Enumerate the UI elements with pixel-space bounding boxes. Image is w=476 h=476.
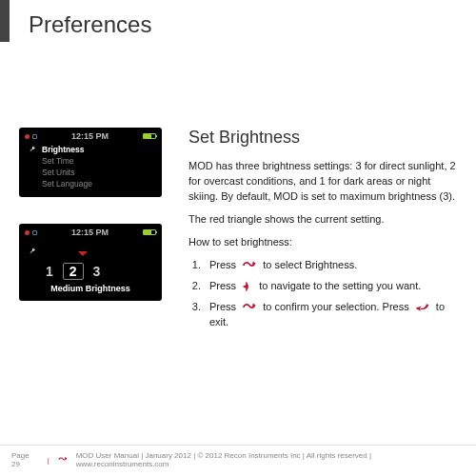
paragraph: MOD has three brightness settings: 3 for… xyxy=(188,159,457,205)
brightness-option-3: 3 xyxy=(89,264,105,279)
menu-item-set-language: Set Language xyxy=(29,178,156,189)
select-swirl-icon xyxy=(241,260,258,271)
instruction-step: Press to navigate to the setting you wan… xyxy=(204,279,457,294)
navigate-arrow-icon xyxy=(241,280,254,293)
footer-text: MOD User Manual | January 2012 | © 2012 … xyxy=(76,451,465,468)
select-swirl-icon xyxy=(241,302,258,313)
recon-logo-icon xyxy=(57,454,69,466)
brightness-numbers: 1 2 3 xyxy=(42,263,152,280)
status-bar: 12:15 PM xyxy=(25,131,156,141)
instruction-step: Press to select Brightness. xyxy=(204,258,457,273)
section-title: Set Brightness xyxy=(188,128,457,148)
menu-item-set-units: Set Units xyxy=(29,167,156,178)
page-title: Preferences xyxy=(29,11,476,38)
step-text: Press xyxy=(209,259,236,270)
screenshots-column: 12:15 PM Brightness Set Time Set Units S… xyxy=(19,128,162,335)
page-header: Preferences xyxy=(0,0,476,42)
page-number: Page 29 xyxy=(11,451,40,468)
status-recon-icon xyxy=(25,230,30,235)
instruction-list: Press to select Brightness. Press to nav… xyxy=(204,258,457,330)
status-gps-icon xyxy=(32,134,37,139)
text-column: Set Brightness MOD has three brightness … xyxy=(188,128,457,335)
triangle-indicator-icon xyxy=(78,251,88,256)
content-area: 12:15 PM Brightness Set Time Set Units S… xyxy=(0,42,476,335)
paragraph: How to set brightness: xyxy=(188,235,457,250)
paragraph: The red triangle shows the current setti… xyxy=(188,212,457,228)
brightness-option-2: 2 xyxy=(63,263,84,280)
battery-icon xyxy=(143,229,156,235)
page-footer: Page 29 | MOD User Manual | January 2012… xyxy=(0,445,476,468)
step-text: Press xyxy=(209,280,236,291)
step-text: to navigate to the setting you want. xyxy=(259,280,421,291)
settings-menu-list: Brightness Set Time Set Units Set Langua… xyxy=(25,144,156,189)
battery-icon xyxy=(143,133,156,139)
step-text: Press xyxy=(209,301,236,312)
step-text: to confirm your selection. Press xyxy=(263,301,408,312)
brightness-panel: 1 2 3 Medium Brightness xyxy=(25,240,156,293)
status-clock: 12:15 PM xyxy=(40,131,140,141)
status-clock: 12:15 PM xyxy=(40,228,140,237)
brightness-level-label: Medium Brightness xyxy=(29,284,152,293)
wrench-icon xyxy=(29,248,36,255)
menu-item-set-time: Set Time xyxy=(29,155,156,167)
menu-label: Set Time xyxy=(42,156,74,166)
step-text: to select Brightness. xyxy=(263,259,357,270)
wrench-icon xyxy=(29,146,36,153)
device-screenshot-brightness: 12:15 PM 1 2 3 Medium Brightness xyxy=(19,224,162,301)
menu-label: Set Language xyxy=(42,179,92,188)
status-bar: 12:15 PM xyxy=(25,228,156,237)
menu-label: Set Units xyxy=(42,168,75,177)
menu-label: Brightness xyxy=(42,145,84,154)
menu-item-brightness: Brightness xyxy=(29,144,156,155)
footer-separator: | xyxy=(48,456,50,465)
status-gps-icon xyxy=(32,230,37,235)
brightness-option-1: 1 xyxy=(42,264,57,279)
instruction-step: Press to confirm your selection. Press t… xyxy=(204,300,457,330)
device-screenshot-settings-menu: 12:15 PM Brightness Set Time Set Units S… xyxy=(19,128,162,197)
status-recon-icon xyxy=(25,134,30,139)
back-arrow-icon xyxy=(414,302,431,313)
